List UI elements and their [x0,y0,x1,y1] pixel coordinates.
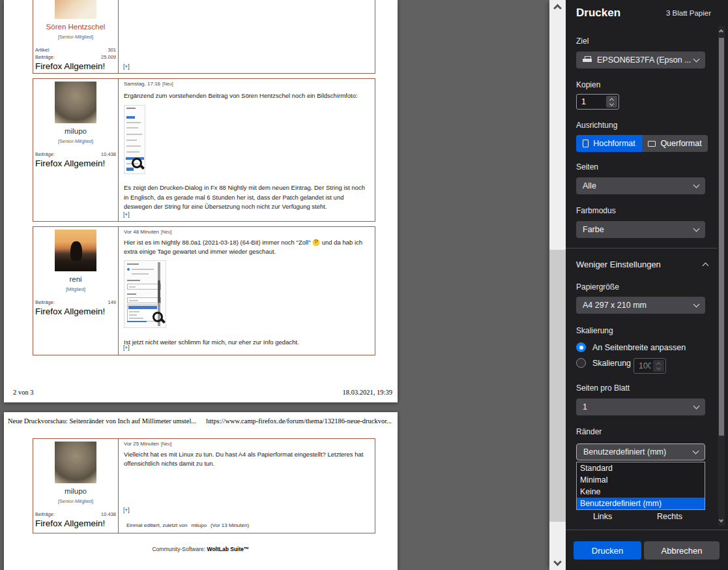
stat-label: Beiträge: [35,511,55,517]
chevron-down-icon [693,448,699,455]
orientation-toggle: Hochformat Querformat [576,135,708,152]
section-divider [566,248,717,248]
page-url: https://www.camp-firefox.de/forum/thema/… [206,417,392,425]
print-button[interactable]: Drucken [574,541,641,560]
post-timestamp: Samstag, 17:16 [124,81,160,87]
print-preview-area: Sören Hentzschel [Senior-Mitglied] Artik… [0,0,549,570]
print-page-footer: 2 von 3 18.03.2021, 19:39 [4,389,398,396]
step-down-icon[interactable] [609,101,614,106]
post-body: Ergänzend zum vorstehenden Beitrag von S… [124,91,370,100]
chevron-down-icon [693,56,700,63]
edited-note: Einmal editiert, zuletzt von milupo (Vor… [126,522,249,528]
scaling-label: Skalierung [576,326,613,335]
margins-option-minimal[interactable]: Minimal [577,474,705,486]
author-role: [Senior-Mitglied] [58,138,93,144]
scroll-down-icon[interactable] [553,558,562,566]
scroll-down-icon[interactable] [719,518,723,522]
dialog-footer: Drucken Abbrechen [566,530,728,570]
fit-to-width-option[interactable]: An Seitenbreite anpassen [576,342,686,352]
chevron-down-icon [693,403,700,410]
stat-label: Artikel: [35,47,50,53]
stat-row: Beiträge: 10.438 [35,151,116,157]
panel-header: Drucken 3 Blatt Papier [566,0,728,26]
page-number: 2 von 3 [13,389,34,396]
sheet-count: 3 Blatt Papier [666,9,711,17]
post-meta: Vor 48 Minuten[Neu] [124,229,370,235]
expand-marker: [+] [123,507,130,513]
author-stats: Beiträge: 10.438 [35,150,116,157]
post-meta: Vor 25 Minuten[Neu] [124,441,370,447]
post-body: Es zeigt den Drucken-Dialog in Fx 88 Nig… [124,183,370,211]
author-stats: Beiträge: 149 [35,298,116,305]
landscape-page-icon [648,141,656,147]
post-content-cell: Vor 48 Minuten[Neu] Hier ist es im Night… [118,227,375,355]
scroll-up-icon[interactable] [719,29,723,34]
pages-per-sheet-label: Seiten pro Blatt [576,383,630,393]
preview-page-1: Sören Hentzschel [Senior-Mitglied] Artik… [4,0,398,402]
pages-label: Seiten [576,162,598,172]
color-mode-select[interactable]: Farbe [576,221,705,238]
copies-input[interactable] [577,97,600,106]
avatar [55,0,96,19]
less-settings-toggle[interactable]: Weniger Einstellungen [576,260,708,269]
post-content-cell: [+] [118,0,375,73]
chevron-down-icon [693,226,700,232]
edited-prefix: Einmal editiert, zuletzt von [126,522,187,528]
author-role: [Senior-Mitglied] [58,498,93,504]
copies-stepper [576,94,619,110]
custom-scale-option[interactable]: Skalierung [576,358,631,368]
margin-right-label: Rechts [657,512,682,521]
margins-select[interactable]: Benutzerdefiniert (mm) [576,443,705,460]
stat-value: 301 [108,47,116,53]
author-name: milupo [65,127,87,135]
cancel-button[interactable]: Abbrechen [644,541,720,560]
paper-size-select[interactable]: A4 297 x 210 mm [576,297,705,314]
panel-scrollbar[interactable] [718,26,725,526]
stat-label: Beiträge: [35,299,55,305]
community-software-note: Community-Software: WoltLab Suite™ [4,546,398,552]
preview-scrollbar[interactable] [549,0,566,570]
forum-post-reni: reni [Mitglied] Beiträge: 149 Firefox Al… [33,226,375,355]
panel-scrollbar-thumb[interactable] [719,38,724,436]
stepper-buttons[interactable] [606,96,617,108]
edited-author: milupo [191,522,207,528]
chevron-down-icon [693,182,700,188]
margins-option-standard[interactable]: Standard [577,462,705,474]
author-stats: Artikel: 301 Beiträge: 25.009 [35,46,116,60]
scale-input[interactable] [634,361,651,370]
margin-left-label: Links [593,512,612,521]
pages-per-sheet-select[interactable]: 1 [576,398,705,415]
margins-dropdown-menu: Standard Minimal Keine Benutzerdefiniert… [576,462,705,510]
post-body: Hier ist es im Nightly 88.0a1 (2021-03-1… [124,238,370,257]
print-date: 18.03.2021, 19:39 [343,389,392,396]
radio-selected-icon[interactable] [576,342,586,352]
step-down-icon[interactable] [656,365,661,370]
stepper-buttons[interactable] [653,360,664,372]
radio-unselected-icon[interactable] [576,358,586,368]
post-author-cell: milupo [Senior-Mitglied] Beiträge: 10.43… [33,439,118,533]
forum-post-milupo-2: milupo [Senior-Mitglied] Beiträge: 10.43… [33,438,375,533]
author-stats: Beiträge: 10.438 [35,510,116,517]
destination-value: EPSON6E37FA (Epson ... [597,55,692,65]
preview-scrollbar-thumb[interactable] [549,250,566,522]
destination-select[interactable]: EPSON6E37FA (Epson ... [576,52,705,68]
landscape-button[interactable]: Querformat [642,135,708,152]
margins-option-custom[interactable]: Benutzerdefiniert (mm) [577,498,705,509]
less-settings-label: Weniger Einstellungen [576,260,661,269]
stat-row: Beiträge: 149 [35,299,116,305]
margins-option-keine[interactable]: Keine [577,486,705,498]
stat-row: Beiträge: 25.009 [35,54,116,60]
post-body: Ist jetzt nicht weiter schlimm für mich,… [124,338,370,347]
scroll-up-icon[interactable] [553,4,562,12]
chevron-down-icon [693,301,700,308]
pages-value: Alle [583,181,596,190]
portrait-button[interactable]: Hochformat [576,135,642,152]
orientation-label: Ausrichtung [576,121,617,130]
post-content-cell: Vor 25 Minuten[Neu] Vielleicht hat es mi… [118,439,375,533]
pages-select[interactable]: Alle [576,177,705,194]
board-link: Firefox Allgemein! [35,61,116,71]
board-link: Firefox Allgemein! [35,158,116,168]
new-badge: [Neu] [161,442,172,446]
post-content-cell: Samstag, 17:16[Neu] Ergänzend zum vorste… [118,79,375,221]
new-badge: [Neu] [161,230,172,234]
